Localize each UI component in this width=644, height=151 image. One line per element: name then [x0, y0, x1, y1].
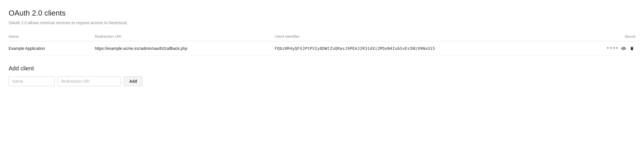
- client-secret-cell: ****: [582, 41, 635, 56]
- client-identifier: FQbz0R4yQFXJPtPSIy8DWtZuQRasJ9PEAJ2R31dX…: [275, 41, 582, 56]
- col-header-secret: Secret: [582, 32, 635, 41]
- show-secret-button[interactable]: [620, 45, 627, 52]
- table-row: Example Application https://example.acme…: [9, 41, 635, 56]
- page-description: OAuth 2.0 allows external services to re…: [9, 20, 635, 25]
- add-client-section: Add client Add: [9, 65, 635, 86]
- add-client-title: Add client: [9, 65, 635, 72]
- col-header-redirect-uri: Redirection URI: [95, 32, 275, 41]
- col-header-name: Name: [9, 32, 95, 41]
- page-title: OAuth 2.0 clients: [9, 9, 635, 18]
- add-client-button[interactable]: Add: [124, 76, 142, 86]
- clients-table: Name Redirection URI Client Identifier S…: [9, 32, 635, 56]
- col-header-client-identifier: Client Identifier: [275, 32, 582, 41]
- name-input[interactable]: [9, 76, 55, 86]
- delete-client-button[interactable]: [628, 45, 635, 52]
- redirect-uri-input[interactable]: [58, 76, 121, 86]
- add-client-form: Add: [9, 76, 635, 86]
- secret-dots: ****: [607, 46, 619, 51]
- client-redirect-uri: https://example.acme.inc/admin/oauth2cal…: [95, 41, 275, 56]
- client-name: Example Application: [9, 41, 95, 56]
